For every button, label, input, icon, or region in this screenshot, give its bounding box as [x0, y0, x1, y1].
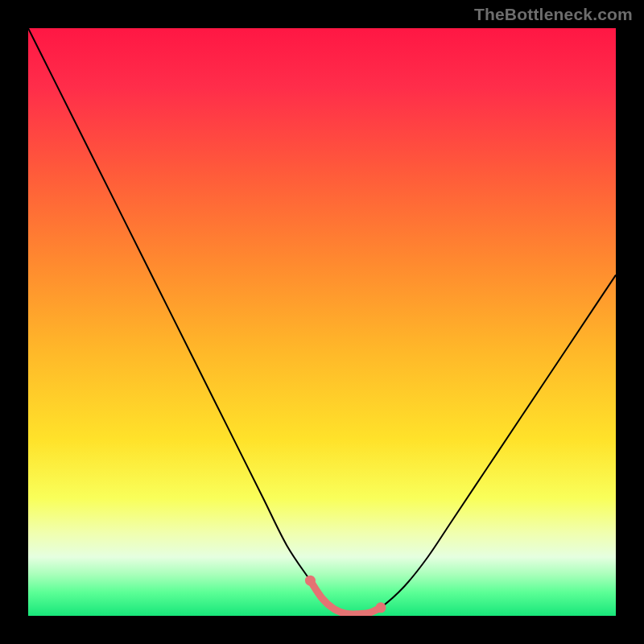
plot-frame — [28, 28, 616, 616]
plot-svg — [28, 28, 616, 616]
highlight-dot — [376, 602, 386, 613]
highlight-dot — [305, 576, 316, 586]
watermark-text: TheBottleneck.com — [474, 5, 633, 24]
gradient-backdrop — [28, 28, 616, 616]
chart-stage: TheBottleneck.com — [0, 0, 644, 644]
